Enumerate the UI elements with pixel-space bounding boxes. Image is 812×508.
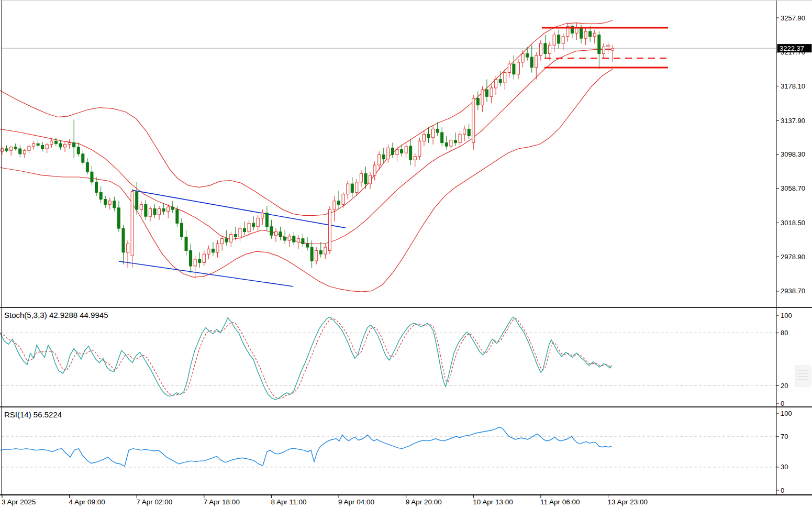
candle-body	[445, 143, 448, 147]
bollinger-middle-line	[0, 49, 613, 244]
price-tick-label: 3178.10	[781, 82, 805, 90]
candle-body	[422, 134, 425, 141]
time-tick-label: 8 Apr 11:00	[271, 498, 306, 506]
stoch-indicator-label: Stoch(5,3,3) 42.9288 44.9945	[4, 311, 108, 319]
candle-body	[436, 129, 439, 132]
candle-body	[324, 247, 327, 254]
candle-body	[360, 173, 362, 182]
price-tick-label: 2938.70	[781, 287, 805, 295]
candle-body	[10, 147, 13, 151]
candle-body	[517, 62, 520, 74]
time-tick-label: 10 Apr 13:00	[473, 498, 513, 506]
candle-body	[575, 28, 578, 33]
axis-tick-label: 100	[781, 410, 792, 417]
candle-body	[153, 208, 156, 214]
candle-body	[284, 237, 286, 240]
candle-body	[198, 259, 201, 263]
candle-body	[499, 80, 502, 83]
price-tick-label: 3058.70	[781, 184, 805, 192]
candle-body	[553, 35, 555, 46]
price-tick-label: 3257.90	[781, 14, 805, 22]
candle-body	[131, 192, 134, 256]
candle-body	[584, 31, 587, 38]
candle-body	[171, 207, 174, 209]
candle-body	[144, 204, 147, 216]
stoch-axis[interactable]: 10080200	[776, 312, 792, 407]
candle-body	[275, 232, 277, 236]
candle-body	[270, 227, 273, 235]
candle-body	[373, 165, 376, 175]
candle-body	[190, 251, 192, 266]
candle-body	[113, 201, 116, 208]
price-tick-label: 3137.90	[781, 117, 805, 125]
bollinger-upper-line	[0, 20, 613, 216]
candle-body	[95, 182, 98, 193]
candle-body	[212, 249, 214, 252]
candle-body	[32, 143, 35, 146]
main-price-panel	[0, 20, 776, 292]
candle-body	[580, 28, 583, 38]
time-tick-label: 9 Apr 20:00	[406, 498, 442, 506]
time-tick-label: 7 Apr 18:00	[204, 498, 240, 506]
candle-body	[382, 154, 385, 159]
candle-body	[261, 213, 264, 218]
chart-canvas[interactable]: 3257.903217.703178.103137.903098.303058.…	[0, 1, 812, 508]
candle-body	[328, 209, 331, 250]
time-tick-label: 4 Apr 09:00	[69, 498, 105, 506]
price-tick-label: 3018.50	[781, 219, 805, 227]
candle-body	[593, 33, 596, 37]
candle-body	[495, 80, 497, 88]
time-tick-label: 7 Apr 02:00	[136, 498, 172, 506]
candle-body	[59, 143, 62, 147]
candle-body	[391, 148, 394, 154]
candle-body	[73, 143, 75, 147]
price-tick-label: 3098.30	[781, 150, 805, 158]
candle-body	[14, 147, 17, 149]
candle-body	[351, 184, 353, 192]
candle-body	[472, 98, 475, 143]
candle-body	[162, 208, 165, 211]
candle-body	[234, 235, 237, 237]
rsi-axis[interactable]: 10070300	[776, 410, 792, 494]
rsi-line	[0, 427, 611, 467]
time-axis[interactable]: 3 Apr 20254 Apr 09:007 Apr 02:007 Apr 18…	[2, 495, 648, 506]
candle-body	[64, 145, 66, 147]
candle-body	[396, 150, 398, 155]
rsi-panel	[0, 427, 776, 467]
candle-body	[481, 90, 484, 105]
candle-body	[99, 192, 102, 199]
candle-body	[252, 223, 255, 227]
candle-body	[611, 48, 614, 50]
candle-body	[41, 145, 44, 149]
price-tick-label: 2978.90	[781, 253, 805, 261]
candle-body	[23, 150, 26, 154]
candle-body	[37, 143, 39, 145]
candle-body	[54, 141, 57, 143]
time-tick-label: 13 Apr 23:00	[607, 498, 648, 506]
axis-tick-label: 0	[781, 487, 784, 494]
current-price-badge-label: 3222.37	[780, 45, 804, 52]
candle-body	[508, 64, 510, 72]
price-axis[interactable]: 3257.903217.703178.103137.903098.303058.…	[776, 14, 812, 295]
axis-tick-label: 80	[781, 329, 788, 337]
candle-body	[230, 235, 232, 242]
candle-body	[539, 43, 542, 56]
candle-body	[521, 54, 524, 62]
candle-body	[401, 150, 403, 153]
axis-tick-label: 20	[781, 382, 788, 390]
channel-trendline-lower[interactable]	[119, 261, 293, 286]
axis-tick-label: 0	[781, 400, 784, 407]
candle-body	[369, 175, 372, 184]
candle-body	[485, 90, 488, 96]
candle-body	[490, 88, 493, 96]
candle-body	[432, 129, 435, 137]
candle-body	[5, 149, 8, 150]
candle-body	[302, 239, 304, 244]
candle-body	[598, 35, 600, 54]
candle-body	[441, 132, 443, 143]
candle-body	[558, 35, 560, 43]
bollinger-bands	[0, 20, 613, 292]
candle-body	[185, 237, 187, 250]
candle-body	[342, 194, 344, 205]
candle-body	[221, 239, 224, 244]
